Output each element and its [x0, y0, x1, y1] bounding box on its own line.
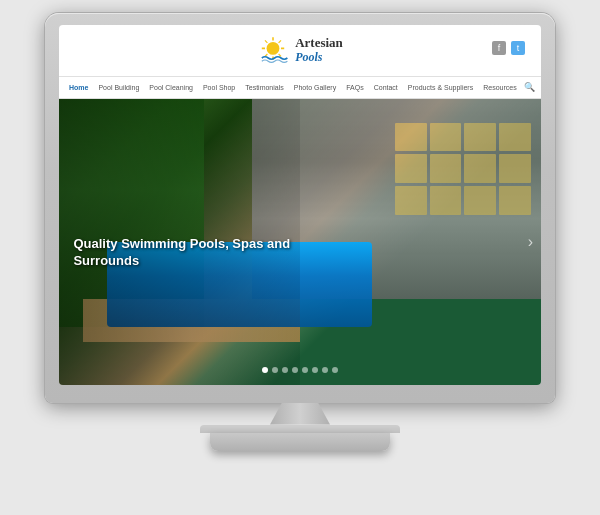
monitor-wrapper: Artesian Pools f t Home Pool Building Po…: [40, 13, 560, 503]
building-windows: [391, 119, 536, 219]
logo-subtitle: Pools: [295, 51, 343, 64]
monitor-bezel: Artesian Pools f t Home Pool Building Po…: [45, 13, 555, 403]
logo-area: Artesian Pools: [71, 34, 529, 66]
logo-title: Artesian: [295, 36, 343, 50]
hero-image: Quality Swimming Pools, Spas and Surroun…: [59, 99, 541, 385]
window: [499, 186, 531, 215]
nav-pool-shop[interactable]: Pool Shop: [199, 82, 239, 93]
slider-dots: [262, 367, 338, 373]
hero-title: Quality Swimming Pools, Spas and Surroun…: [73, 236, 314, 270]
nav-home[interactable]: Home: [65, 82, 92, 93]
svg-point-0: [267, 42, 280, 55]
nav-pool-building[interactable]: Pool Building: [94, 82, 143, 93]
facebook-icon[interactable]: f: [492, 41, 506, 55]
slider-dot-8[interactable]: [332, 367, 338, 373]
stand-base-top: [200, 425, 400, 433]
site-header: Artesian Pools f t: [59, 25, 541, 77]
window: [464, 154, 496, 183]
window: [499, 123, 531, 152]
stand-base: [210, 433, 390, 451]
social-icons: f t: [492, 41, 525, 55]
window: [395, 123, 427, 152]
svg-line-5: [265, 40, 267, 42]
twitter-icon[interactable]: t: [511, 41, 525, 55]
slider-dot-3[interactable]: [282, 367, 288, 373]
hero-text: Quality Swimming Pools, Spas and Surroun…: [73, 236, 314, 270]
nav-pool-cleaning[interactable]: Pool Cleaning: [145, 82, 197, 93]
hero-section: Quality Swimming Pools, Spas and Surroun…: [59, 99, 541, 385]
window: [395, 154, 427, 183]
svg-line-6: [279, 54, 281, 56]
nav-contact[interactable]: Contact: [370, 82, 402, 93]
window: [430, 123, 462, 152]
nav-products[interactable]: Products & Suppliers: [404, 82, 477, 93]
logo-text: Artesian Pools: [295, 36, 343, 63]
window: [430, 186, 462, 215]
screen: Artesian Pools f t Home Pool Building Po…: [59, 25, 541, 385]
slider-next-arrow[interactable]: ›: [528, 233, 533, 251]
window: [464, 186, 496, 215]
site-nav: Home Pool Building Pool Cleaning Pool Sh…: [59, 77, 541, 99]
nav-photo-gallery[interactable]: Photo Gallery: [290, 82, 340, 93]
window: [499, 154, 531, 183]
window: [395, 186, 427, 215]
nav-faqs[interactable]: FAQs: [342, 82, 368, 93]
slider-dot-6[interactable]: [312, 367, 318, 373]
slider-dot-2[interactable]: [272, 367, 278, 373]
window: [430, 154, 462, 183]
logo-sun-icon: [257, 34, 289, 66]
window: [464, 123, 496, 152]
stand-neck: [270, 403, 330, 425]
slider-dot-4[interactable]: [292, 367, 298, 373]
nav-resources[interactable]: Resources: [479, 82, 520, 93]
slider-dot-5[interactable]: [302, 367, 308, 373]
nav-testimonials[interactable]: Testimonials: [241, 82, 288, 93]
svg-line-7: [279, 40, 281, 42]
slider-dot-7[interactable]: [322, 367, 328, 373]
nav-search-icon[interactable]: 🔍: [524, 82, 535, 92]
slider-dot-1[interactable]: [262, 367, 268, 373]
